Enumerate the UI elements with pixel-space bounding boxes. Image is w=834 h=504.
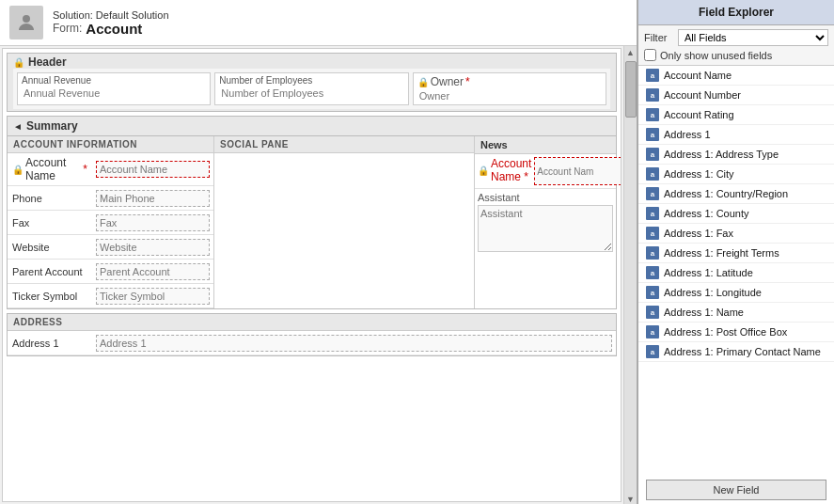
field-list-item[interactable]: aAddress 1: Longitude: [638, 283, 834, 303]
field-type-icon: a: [646, 325, 659, 339]
parent-account-row: Parent Account: [8, 260, 213, 284]
filter-label: Filter: [644, 32, 672, 43]
address1-input[interactable]: [96, 335, 612, 352]
address1-label: Address 1: [8, 335, 92, 352]
solution-title: Solution: Default Solution: [53, 9, 169, 21]
news-lock-icon: 🔒: [478, 165, 489, 176]
field-type-icon: a: [646, 207, 659, 220]
account-name-value: [92, 159, 213, 180]
num-employees-label: Number of Employees: [219, 75, 403, 86]
field-list-item[interactable]: aAddress 1: Latitude: [638, 263, 834, 283]
field-type-icon: a: [646, 108, 659, 121]
fax-value: [92, 213, 213, 233]
field-list-item[interactable]: aAddress 1: Fax: [638, 224, 834, 244]
field-item-name: Address 1: [664, 129, 711, 140]
field-list-item[interactable]: aAddress 1: County: [638, 204, 834, 224]
svg-point-0: [23, 15, 30, 23]
annual-revenue-input[interactable]: [22, 87, 206, 100]
field-list-item[interactable]: aAddress 1: Post Office Box: [638, 323, 834, 342]
field-list-item[interactable]: aAccount Number: [638, 86, 834, 105]
fax-label: Fax: [8, 214, 92, 231]
field-list: aAccount NameaAccount NumberaAccount Rat…: [638, 66, 834, 476]
owner-label: 🔒 Owner *: [417, 75, 602, 88]
field-list-item[interactable]: aAddress 1: [638, 125, 834, 145]
field-list-item[interactable]: aAddress 1: Address Type: [638, 145, 834, 165]
field-item-name: Account Name: [664, 70, 732, 81]
field-list-item[interactable]: aAddress 1: Freight Terms: [638, 244, 834, 263]
scrollbar[interactable]: ▲ ▼: [623, 46, 637, 504]
owner-input[interactable]: [417, 89, 602, 102]
address1-row: Address 1: [8, 331, 616, 355]
owner-required: *: [465, 75, 470, 88]
news-panel-title: News: [475, 136, 616, 154]
field-item-name: Address 1: Longitude: [664, 287, 762, 298]
only-unused-checkbox[interactable]: [644, 49, 656, 61]
field-type-icon: a: [646, 246, 659, 260]
assistant-input[interactable]: [478, 205, 613, 252]
form-label: Form:: [53, 22, 82, 35]
scroll-down-icon[interactable]: ▼: [626, 495, 635, 504]
account-name-required: *: [83, 163, 87, 176]
field-list-item[interactable]: aAddress 1: Primary Contact Name: [638, 342, 834, 362]
phone-row: Phone: [8, 186, 213, 211]
phone-value: [92, 188, 213, 209]
website-input[interactable]: [96, 239, 210, 256]
account-name-row: 🔒 Account Name *: [8, 153, 213, 186]
field-explorer-title: Field Explorer: [638, 0, 834, 25]
field-item-name: Address 1: City: [664, 168, 734, 180]
website-label: Website: [8, 239, 92, 256]
field-type-icon: a: [646, 227, 659, 240]
account-info-title: ACCOUNT INFORMATION: [8, 136, 213, 153]
solution-avatar: [9, 6, 43, 39]
fax-row: Fax: [8, 211, 213, 235]
field-type-icon: a: [646, 167, 659, 181]
header-fields: Annual Revenue Number of Employees 🔒 Own…: [13, 69, 610, 109]
field-list-item[interactable]: aAccount Name: [638, 66, 834, 86]
field-type-icon: a: [646, 128, 659, 141]
field-type-icon: a: [646, 148, 659, 161]
field-type-icon: a: [646, 345, 659, 358]
scroll-up-icon[interactable]: ▲: [626, 48, 635, 57]
fax-input[interactable]: [96, 214, 210, 231]
only-unused-row: Only show unused fields: [644, 49, 828, 61]
phone-input[interactable]: [96, 190, 210, 207]
website-row: Website: [8, 235, 213, 260]
summary-arrow-icon: ◄: [13, 121, 23, 132]
form-content: 🔒 Header Annual Revenue Number of Employ…: [2, 48, 622, 502]
new-field-button[interactable]: New Field: [646, 480, 826, 500]
num-employees-field: Number of Employees: [214, 72, 408, 105]
summary-title: ◄ Summary: [8, 117, 616, 136]
account-name-input[interactable]: [96, 161, 210, 178]
account-name-label: 🔒 Account Name *: [8, 153, 92, 185]
news-account-name-row: 🔒 AccountName *: [475, 154, 616, 189]
annual-revenue-label: Annual Revenue: [22, 75, 206, 86]
field-item-name: Address 1: Address Type: [664, 149, 779, 160]
ticker-symbol-row: Ticker Symbol: [8, 284, 213, 308]
field-item-name: Account Rating: [664, 109, 734, 120]
num-employees-input[interactable]: [219, 87, 403, 100]
field-list-item[interactable]: aAddress 1: Name: [638, 303, 834, 323]
field-type-icon: a: [646, 69, 659, 82]
field-explorer-panel: Field Explorer Filter All Fields Unused …: [637, 0, 834, 504]
field-item-name: Address 1: Primary Contact Name: [664, 346, 821, 357]
owner-lock-icon: 🔒: [417, 77, 429, 87]
field-list-item[interactable]: aAddress 1: Country/Region: [638, 184, 834, 204]
parent-account-label: Parent Account: [8, 263, 92, 280]
news-account-name-label: 🔒 AccountName *: [478, 157, 531, 183]
filter-row: Filter All Fields Unused Fields Required…: [644, 29, 828, 46]
summary-columns: ACCOUNT INFORMATION 🔒 Account Name *: [8, 136, 616, 308]
scrollbar-thumb[interactable]: [625, 61, 637, 118]
address-section-title: ADDRESS: [8, 314, 616, 331]
field-list-item[interactable]: aAddress 1: City: [638, 165, 834, 184]
field-type-icon: a: [646, 266, 659, 279]
ticker-symbol-input[interactable]: [96, 288, 210, 305]
filter-select[interactable]: All Fields Unused Fields Required Fields: [678, 29, 828, 46]
news-account-name-input[interactable]: [534, 157, 622, 185]
assistant-section: Assistant: [475, 189, 616, 258]
field-list-item[interactable]: aAccount Rating: [638, 105, 834, 125]
parent-account-value: [92, 261, 213, 282]
field-item-name: Address 1: Fax: [664, 228, 733, 239]
parent-account-input[interactable]: [96, 263, 210, 280]
field-item-name: Address 1: Latitude: [664, 267, 753, 278]
header-section: 🔒 Header Annual Revenue Number of Employ…: [7, 53, 617, 112]
